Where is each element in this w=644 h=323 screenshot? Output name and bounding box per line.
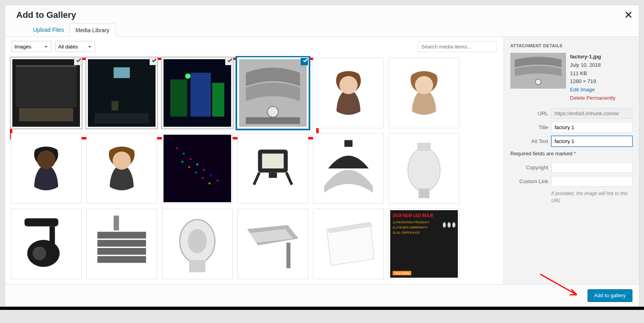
attachment-meta: factory-1.jpg July 10, 2018 111 KB 1280 …: [570, 53, 615, 103]
media-item[interactable]: [162, 133, 233, 204]
svg-point-26: [188, 166, 190, 168]
svg-point-24: [216, 180, 218, 182]
media-grid: 2018 NEW LED BULB 1) PATENTED PRODUCT 2)…: [11, 58, 498, 279]
ad-headline: 2018 NEW LED BULB: [393, 213, 455, 218]
media-item[interactable]: [313, 58, 384, 128]
custom-link-hint: If provided, the image will link to this…: [551, 190, 632, 204]
media-item[interactable]: [11, 209, 82, 279]
svg-point-40: [33, 247, 46, 260]
svg-rect-8: [95, 113, 149, 124]
svg-point-21: [196, 163, 198, 165]
svg-point-34: [408, 148, 440, 191]
attachment-thumbnail: [510, 53, 566, 89]
svg-rect-35: [417, 143, 431, 151]
media-item[interactable]: 2018 NEW LED BULB 1) PATENTED PRODUCT 2)…: [389, 209, 459, 279]
custom-link-label: Custom Link: [510, 178, 548, 184]
alt-text-label: Alt Text: [510, 138, 548, 144]
attachment-filename: factory-1.jpg: [570, 53, 615, 61]
media-item[interactable]: [162, 58, 233, 128]
media-item[interactable]: [237, 133, 308, 204]
alt-text-field[interactable]: [551, 136, 632, 147]
media-item[interactable]: [162, 209, 233, 279]
copyright-label: Copyright: [510, 164, 548, 170]
required-note: Required fields are marked *: [510, 151, 632, 157]
svg-rect-4: [19, 108, 73, 121]
media-browser: Images All dates: [5, 37, 504, 284]
filter-date-select[interactable]: All dates: [55, 41, 95, 52]
url-label: URL: [510, 110, 548, 116]
modal-header: Add to Gallery Upload Files Media Librar…: [5, 5, 639, 37]
svg-point-18: [176, 147, 178, 149]
title-label: Title: [510, 124, 548, 130]
selected-check-icon: [225, 58, 233, 65]
ad-line3: 3) UL CERTIFILED: [393, 230, 455, 236]
copyright-field[interactable]: [551, 162, 632, 173]
attachment-details-heading: ATTACHMENT DETAILS: [510, 43, 632, 48]
svg-rect-12: [212, 83, 224, 117]
modal-content: Images All dates: [5, 37, 639, 284]
svg-point-28: [202, 177, 204, 179]
svg-point-23: [210, 174, 212, 176]
modal-footer: Add to gallery: [5, 284, 639, 306]
tabs: Upload Files Media Library: [27, 23, 632, 37]
svg-point-15: [267, 106, 278, 117]
add-to-gallery-button[interactable]: Add to gallery: [588, 289, 633, 302]
media-item[interactable]: [389, 58, 459, 128]
svg-rect-44: [97, 248, 146, 255]
svg-rect-10: [170, 79, 187, 117]
attachment-details-panel: ATTACHMENT DETAILS factory-1.jpg July 10…: [504, 37, 639, 284]
edit-image-link[interactable]: Edit Image: [570, 86, 615, 94]
media-item[interactable]: [389, 133, 459, 204]
svg-point-19: [183, 153, 185, 155]
media-item[interactable]: [11, 133, 82, 204]
ad-button: View details: [393, 271, 411, 275]
media-item[interactable]: [86, 209, 157, 279]
media-item[interactable]: [237, 209, 308, 279]
modal-title: Add to Gallery: [16, 8, 632, 23]
svg-rect-6: [114, 67, 130, 78]
svg-point-27: [195, 172, 197, 174]
selected-check-icon: [150, 58, 157, 65]
attachment-dimensions: 1280 × 719: [570, 77, 615, 86]
svg-rect-33: [344, 140, 352, 147]
close-button[interactable]: [625, 11, 632, 19]
svg-rect-17: [163, 135, 231, 202]
search-input[interactable]: [418, 41, 497, 52]
svg-rect-42: [97, 232, 146, 238]
svg-rect-31: [262, 154, 284, 168]
media-item[interactable]: [237, 58, 308, 128]
title-field[interactable]: [551, 122, 632, 133]
svg-rect-49: [286, 243, 290, 269]
svg-rect-11: [191, 73, 211, 117]
svg-rect-1: [16, 66, 77, 106]
svg-rect-32: [269, 172, 277, 178]
selected-check-icon: [301, 58, 308, 65]
toolbar: Images All dates: [5, 37, 504, 56]
media-item[interactable]: [313, 133, 384, 204]
svg-point-47: [188, 229, 207, 253]
svg-rect-43: [97, 240, 146, 247]
media-item[interactable]: [11, 58, 82, 128]
tab-upload-files[interactable]: Upload Files: [27, 23, 70, 37]
media-item[interactable]: [86, 133, 157, 204]
svg-rect-16: [246, 117, 300, 124]
svg-rect-41: [114, 216, 119, 230]
svg-point-25: [181, 161, 183, 162]
svg-point-51: [535, 79, 541, 85]
url-field[interactable]: [551, 108, 632, 119]
svg-rect-45: [97, 256, 146, 263]
filter-type-select[interactable]: Images: [12, 41, 51, 52]
attachment-size: 111 KB: [570, 70, 615, 78]
selected-check-icon: [74, 58, 82, 65]
tab-media-library[interactable]: Media Library: [70, 23, 115, 37]
media-item[interactable]: [86, 58, 157, 128]
delete-permanently-link[interactable]: Delete Permanently: [570, 94, 615, 103]
svg-point-20: [189, 158, 191, 160]
svg-rect-36: [418, 189, 429, 198]
media-grid-container[interactable]: 2018 NEW LED BULB 1) PATENTED PRODUCT 2)…: [5, 56, 504, 284]
close-icon: [625, 12, 632, 18]
attachment-date: July 10, 2018: [570, 61, 615, 70]
custom-link-field[interactable]: [551, 176, 632, 187]
svg-point-29: [208, 182, 210, 184]
media-item[interactable]: [313, 209, 384, 279]
